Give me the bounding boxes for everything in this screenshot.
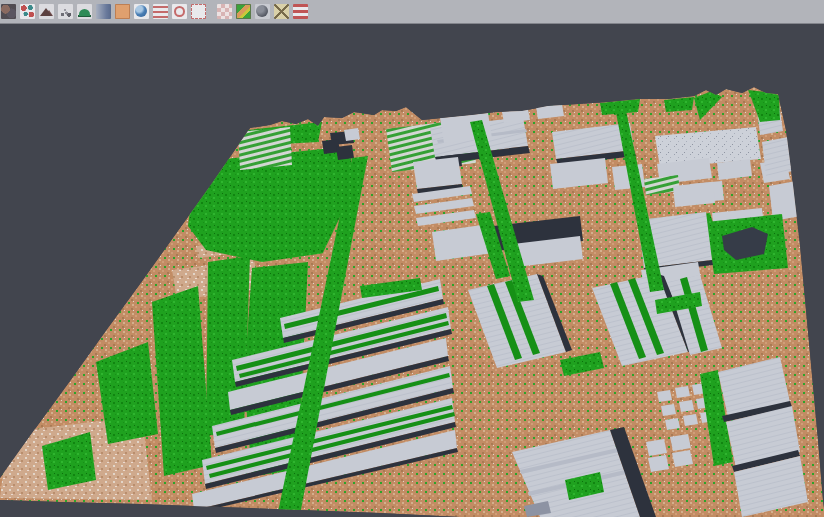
house-5 — [679, 400, 694, 412]
grid-overlay-icon[interactable] — [217, 4, 232, 19]
house-12 — [648, 455, 669, 472]
classification-render-icon[interactable] — [236, 4, 251, 19]
profile-view-icon[interactable] — [96, 4, 111, 19]
house-8 — [683, 414, 698, 426]
point-cloud-icon[interactable] — [58, 4, 73, 19]
dark-bldg-3 — [336, 145, 354, 160]
gray-bit — [344, 128, 360, 141]
main-toolbar — [0, 0, 824, 24]
bldg-h — [673, 182, 715, 207]
red-list-icon[interactable] — [153, 4, 168, 19]
house-10 — [646, 439, 667, 456]
ub2 — [413, 157, 462, 189]
house-11 — [670, 434, 691, 451]
terrain-hill-icon[interactable] — [77, 4, 92, 19]
web-globe-icon[interactable] — [134, 4, 149, 19]
tin-surface-icon[interactable] — [39, 4, 54, 19]
scene-svg — [0, 25, 824, 517]
ortho-image-icon[interactable] — [115, 4, 130, 19]
house-1 — [657, 390, 672, 402]
viewport-3d[interactable] — [0, 25, 824, 517]
clip-box-icon[interactable] — [274, 4, 289, 19]
app-window — [0, 0, 824, 517]
house-13 — [672, 450, 693, 467]
classify-points-icon[interactable] — [20, 4, 35, 19]
greenhouse-left — [238, 127, 292, 170]
cloud-import-icon[interactable] — [1, 4, 16, 19]
house-7 — [665, 418, 680, 430]
house-4 — [661, 404, 676, 416]
toolbar-separator — [210, 4, 217, 19]
edge-bldg-2 — [762, 137, 793, 176]
measure-section-icon[interactable] — [293, 4, 308, 19]
select-region-icon[interactable] — [191, 4, 206, 19]
sphere-view-icon[interactable] — [255, 4, 270, 19]
house-2 — [675, 386, 690, 398]
target-circle-icon[interactable] — [172, 4, 187, 19]
